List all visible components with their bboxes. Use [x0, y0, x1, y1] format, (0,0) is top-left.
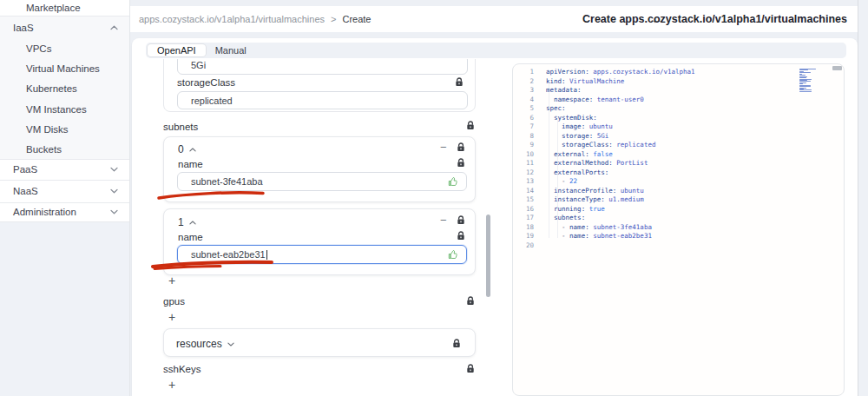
line-number: 6: [513, 114, 534, 123]
page: MarketplaceIaaSVPCsVirtual MachinesKuber…: [0, 0, 868, 396]
form-scrollbar-thumb[interactable]: [486, 214, 490, 297]
subnets-label: subnets: [163, 122, 198, 133]
line-number: 16: [513, 205, 534, 214]
sidebar-item-virtual-machines[interactable]: Virtual Machines: [0, 58, 129, 78]
line-number: 13: [513, 177, 534, 187]
code-line: kind: VirtualMachine: [546, 77, 695, 87]
chevron-down-icon: [227, 342, 234, 346]
content-card: OpenAPI Manual 5Gi storageClass replicat…: [132, 38, 858, 396]
resources-header[interactable]: resources: [176, 338, 234, 350]
code-line: externalMethod: PortList: [546, 159, 695, 168]
sidebar-item-naas[interactable]: NaaS: [0, 181, 129, 203]
sidebar-item-marketplace[interactable]: Marketplace: [0, 0, 129, 16]
subnet-item-0: 0 − name subnet-3fe41aba: [163, 136, 476, 202]
editor-line-numbers: 1234567891011121314151617181920: [513, 68, 534, 250]
code-line: subnets:: [546, 214, 695, 223]
code-line: - name: subnet-3fe41aba: [546, 223, 695, 233]
code-line: image: ubuntu: [546, 122, 695, 132]
tab-manual[interactable]: Manual: [206, 44, 256, 56]
sidebar-item-kubernetes[interactable]: Kubernetes: [0, 79, 129, 99]
chevron-down-icon: [110, 188, 118, 194]
yaml-editor[interactable]: 1234567891011121314151617181920 apiVersi…: [512, 63, 845, 396]
minimap-slider[interactable]: [832, 66, 842, 70]
sidebar-item-label: Marketplace: [13, 3, 81, 13]
code-line: spec:: [546, 104, 695, 114]
line-number: 10: [513, 150, 534, 160]
sidebar-item-paas[interactable]: PaaS: [0, 160, 129, 181]
thumb-up-icon[interactable]: [448, 176, 458, 187]
chevron-up-icon: [189, 221, 196, 225]
lock-icon[interactable]: [457, 215, 465, 225]
code-line: instanceType: u1.medium: [546, 195, 695, 205]
add-ssh-key-button[interactable]: +: [168, 378, 175, 392]
code-line: apiVersion: apps.cozystack.io/v1alpha1: [546, 68, 695, 77]
subnet-0-index: 0: [178, 143, 184, 155]
subnet-1-name-label: name: [178, 232, 203, 243]
sidebar-nav: MarketplaceIaaSVPCsVirtual MachinesKuber…: [0, 0, 130, 396]
remove-subnet-1-button[interactable]: −: [440, 214, 447, 227]
line-number: 19: [513, 232, 534, 241]
sidebar-item-administration[interactable]: Administration: [0, 203, 129, 222]
sidebar-item-vm-instances[interactable]: VM Instances: [0, 99, 129, 119]
resources-panel[interactable]: resources: [163, 328, 476, 357]
subnet-0-header[interactable]: 0: [178, 143, 196, 155]
tab-openapi[interactable]: OpenAPI: [148, 44, 206, 56]
page-scrollbar-track[interactable]: [858, 0, 868, 396]
remove-subnet-0-button[interactable]: −: [440, 142, 447, 154]
breadcrumb: apps.cozystack.io/v1alpha1/virtualmachin…: [139, 6, 371, 32]
thumb-up-icon[interactable]: [448, 249, 458, 260]
breadcrumb-current: Create: [342, 14, 371, 24]
editor-minimap[interactable]: [799, 69, 820, 94]
lock-icon[interactable]: [466, 121, 475, 130]
code-line: storageClass: replicated: [546, 141, 695, 150]
subnet-1-header[interactable]: 1: [178, 216, 196, 228]
line-number: 17: [513, 214, 534, 223]
sidebar-item-vm-disks[interactable]: VM Disks: [0, 119, 129, 139]
storage-input[interactable]: 5Gi: [177, 59, 468, 75]
lock-icon[interactable]: [452, 339, 461, 348]
line-number: 15: [513, 195, 534, 205]
subnet-1-name-input[interactable]: subnet-eab2be31: [177, 245, 467, 264]
line-number: 5: [513, 104, 534, 114]
storage-class-input[interactable]: replicated: [177, 91, 468, 109]
code-line: - name: subnet-eab2be31: [546, 232, 695, 241]
sidebar-item-vpcs[interactable]: VPCs: [0, 38, 129, 58]
page-title: Create apps.cozystack.io/v1alpha1/virtua…: [582, 6, 847, 32]
breadcrumb-path[interactable]: apps.cozystack.io/v1alpha1/virtualmachin…: [139, 14, 325, 24]
add-gpu-button[interactable]: +: [168, 310, 175, 324]
sidebar-item-label: Kubernetes: [13, 83, 77, 94]
sidebar-item-label: VM Disks: [13, 124, 69, 135]
line-number: 14: [513, 187, 534, 196]
add-subnet-button[interactable]: +: [168, 274, 175, 287]
code-line: - 22: [546, 177, 695, 187]
code-line: externalPorts:: [546, 168, 695, 178]
chevron-down-icon: [110, 167, 118, 172]
line-number: 1: [513, 68, 534, 77]
lock-icon[interactable]: [466, 364, 475, 373]
subnet-1-name-value: subnet-eab2be31: [191, 249, 266, 260]
lock-icon[interactable]: [466, 296, 475, 306]
sidebar-item-label: Administration: [13, 207, 76, 217]
line-number: 4: [513, 96, 534, 105]
sidebar-item-label: NaaS: [13, 186, 38, 196]
code-line: [546, 241, 695, 251]
sidebar-item-label: PaaS: [13, 164, 37, 175]
storage-class-label: storageClass: [177, 77, 235, 89]
gpus-label: gpus: [163, 296, 185, 307]
lock-icon[interactable]: [457, 142, 465, 152]
ssh-keys-label: sshKeys: [163, 364, 201, 375]
sidebar-item-buckets[interactable]: Buckets: [0, 139, 129, 159]
lock-icon[interactable]: [455, 77, 464, 87]
sidebar-item-iaas[interactable]: IaaS: [0, 16, 129, 38]
sidebar-item-label: Virtual Machines: [13, 63, 100, 74]
code-line: running: true: [546, 205, 695, 214]
storage-input-value: 5Gi: [191, 60, 206, 70]
subnet-0-name-input[interactable]: subnet-3fe41aba: [177, 172, 467, 191]
line-number: 20: [513, 241, 534, 251]
code-line: storage: 5Gi: [546, 132, 695, 142]
sidebar-item-label: VPCs: [13, 43, 51, 54]
lock-icon[interactable]: [457, 158, 465, 168]
line-number: 7: [513, 122, 534, 132]
lock-icon[interactable]: [457, 231, 465, 241]
sidebar-item-label: IaaS: [13, 23, 34, 33]
